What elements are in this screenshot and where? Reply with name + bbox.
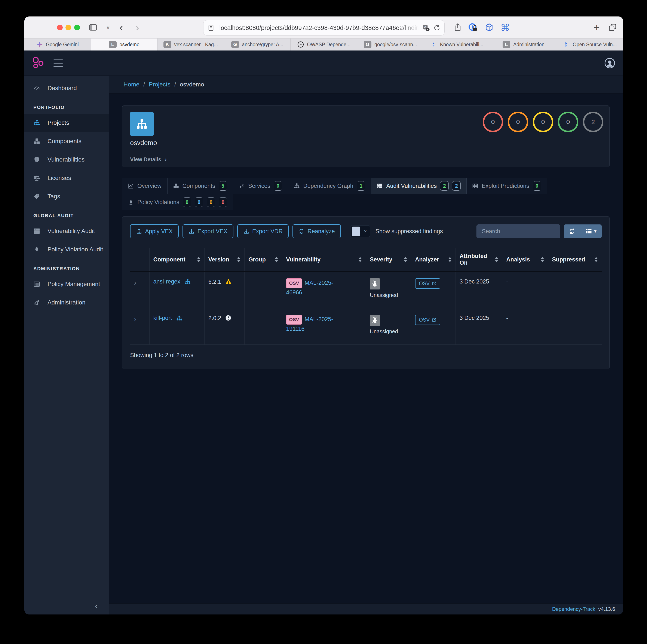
reader-icon[interactable] (207, 24, 215, 31)
breadcrumb-home-link[interactable]: Home (124, 81, 140, 88)
component-link[interactable]: ansi-regex (153, 278, 181, 285)
sidebar-item-components[interactable]: Components (24, 132, 109, 150)
sidebar-item-tags[interactable]: Tags (24, 187, 109, 206)
tab-audit-vulnerabilities[interactable]: Audit Vulnerabilities 2 2 (371, 178, 466, 194)
export-vex-button[interactable]: Export VEX (183, 224, 233, 238)
warning-icon[interactable] (225, 278, 232, 285)
metric-high: 0 (508, 112, 528, 132)
sidebar-item-label: Vulnerabilities (48, 156, 84, 163)
sidebar-item-vulnerability-audit[interactable]: Vulnerability Audit (24, 222, 109, 240)
extension-cube-icon[interactable] (484, 22, 494, 33)
dependency-track-logo[interactable] (32, 57, 44, 69)
refresh-table-button[interactable] (564, 224, 580, 238)
tab-components[interactable]: Components 5 (167, 178, 233, 194)
apply-vex-button[interactable]: Apply VEX (130, 224, 178, 238)
sidebar-item-label: Policy Violation Audit (48, 246, 103, 253)
back-button[interactable]: ‹ (116, 22, 127, 33)
breadcrumb-projects-link[interactable]: Projects (149, 81, 170, 88)
tab-badge: 5 (219, 181, 227, 191)
sidebar-item-label: Vulnerability Audit (48, 228, 95, 234)
sort-icon (448, 257, 452, 262)
analysis-value: - (506, 278, 508, 285)
tab-badge: 0 (183, 198, 191, 207)
tab-overview-icon[interactable] (607, 22, 618, 33)
svg-text:A: A (424, 25, 426, 29)
sort-icon (237, 257, 240, 262)
expand-row-icon[interactable]: › (134, 278, 136, 286)
browser-tab[interactable]: Open Source Vuln... (557, 39, 623, 51)
view-details-button[interactable]: View Details › (122, 152, 609, 167)
reanalyze-button[interactable]: Reanalyze (292, 224, 341, 238)
sidebar-caret-icon[interactable]: ∨ (103, 22, 114, 33)
address-bar[interactable]: localhost:8080/projects/ddb997a2-c398-43… (203, 20, 445, 35)
breadcrumb: Home / Projects / osvdemo (109, 76, 623, 93)
sort-icon (594, 257, 598, 262)
dependency-track-link[interactable]: Dependency-Track (552, 606, 595, 612)
forward-button[interactable]: › (132, 22, 143, 33)
tab-badge: 2 (452, 181, 461, 191)
sidebar-item-projects[interactable]: Projects (24, 114, 109, 132)
browser-tab[interactable]: G anchore/grype: A... (224, 39, 291, 51)
tab-label: vex scanner - Kag... (174, 42, 218, 48)
info-icon[interactable] (225, 315, 232, 321)
analyzer-osv-button[interactable]: OSV (415, 278, 440, 289)
user-avatar[interactable] (604, 57, 616, 69)
tab-policy-violations[interactable]: Policy Violations 0 0 0 0 (122, 194, 233, 210)
sidebar-item-policy-violation-audit[interactable]: Policy Violation Audit (24, 240, 109, 259)
search-input[interactable] (477, 224, 560, 238)
translate-icon[interactable]: A (422, 24, 430, 32)
command-icon[interactable]: ⌘ (500, 22, 510, 33)
sidebar-item-licenses[interactable]: Licenses (24, 169, 109, 187)
table-icon (472, 183, 478, 189)
sidebar-item-policy-management[interactable]: Policy Management (24, 275, 109, 293)
sitemap-icon (176, 315, 182, 321)
screenshot-stage: ∨ ‹ › localhost:8080/projects/ddb997a2-c… (0, 0, 647, 644)
tab-overview[interactable]: Overview (122, 178, 167, 194)
toggle-handle (352, 227, 360, 236)
expand-row-icon[interactable]: › (134, 315, 136, 323)
close-window-button[interactable] (57, 24, 63, 30)
analyzer-osv-button[interactable]: OSV (415, 315, 440, 325)
tab-label: Exploit Predictions (482, 183, 529, 189)
new-tab-button[interactable]: + (591, 22, 602, 33)
sidebar-item-dashboard[interactable]: Dashboard (24, 79, 109, 97)
column-header-group[interactable]: Group (244, 248, 282, 272)
browser-tab[interactable]: Known Vulnerabili... (424, 39, 490, 51)
tab-services[interactable]: Services 0 (233, 178, 288, 194)
reload-icon[interactable] (433, 24, 440, 31)
pagination-summary: Showing 1 to 2 of 2 rows (130, 352, 602, 359)
sidebar-collapse-button[interactable]: ‹ (24, 599, 109, 615)
column-header-attributed-on[interactable]: Attributed On (455, 248, 502, 272)
column-header-analysis[interactable]: Analysis (502, 248, 548, 272)
sidebar-item-vulnerabilities[interactable]: Vulnerabilities (24, 150, 109, 169)
column-header-suppressed[interactable]: Suppressed (548, 248, 602, 272)
column-header-vulnerability[interactable]: Vulnerability (282, 248, 366, 272)
browser-tab[interactable]: K vex scanner - Kag... (157, 39, 224, 51)
sidebar-item-label: Policy Management (48, 281, 100, 288)
tab-exploit-predictions[interactable]: Exploit Predictions 0 (466, 178, 547, 194)
tab-dependency-graph[interactable]: Dependency Graph 1 (288, 178, 371, 194)
column-header-component[interactable]: Component (149, 248, 204, 272)
minimize-window-button[interactable] (65, 24, 71, 30)
column-header-analyzer[interactable]: Analyzer (411, 248, 455, 272)
breadcrumb-current: osvdemo (180, 81, 204, 88)
browser-tab[interactable]: OWASP Depende... (291, 39, 357, 51)
columns-dropdown-button[interactable]: ▾ (580, 224, 602, 238)
sidebar-toggle-icon[interactable] (88, 22, 98, 33)
column-header-severity[interactable]: Severity (366, 248, 411, 272)
browser-tab-active[interactable]: L osvdemo (91, 39, 157, 51)
severity-label: Unassigned (370, 329, 398, 335)
external-link-icon (432, 317, 436, 322)
share-icon[interactable] (452, 22, 463, 33)
browser-tab[interactable]: Google Gemini (24, 39, 91, 51)
zoom-window-button[interactable] (74, 24, 80, 30)
privacy-lock-icon[interactable] (468, 22, 479, 33)
export-vdr-button[interactable]: Export VDR (237, 224, 289, 238)
browser-tab[interactable]: L Administration (490, 39, 557, 51)
component-link[interactable]: kill-port (153, 315, 172, 321)
sidebar-item-administration[interactable]: Administration (24, 293, 109, 312)
column-header-version[interactable]: Version (204, 248, 244, 272)
menu-toggle-icon[interactable] (54, 60, 63, 67)
browser-tab[interactable]: G google/osv-scann... (357, 39, 424, 51)
suppressed-toggle[interactable]: × (350, 225, 370, 237)
